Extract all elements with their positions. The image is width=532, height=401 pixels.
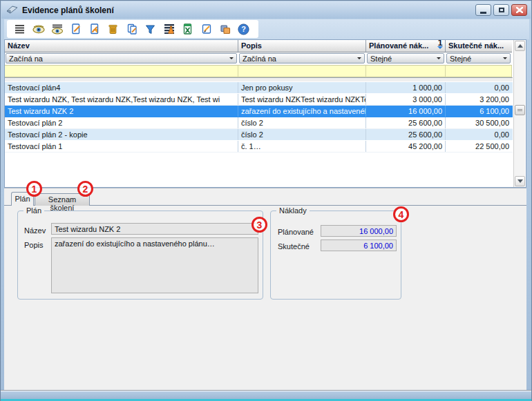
annotation-circle-4: 4 <box>393 206 409 222</box>
app-window: Evidence plánů školení <box>0 0 532 401</box>
table-row[interactable]: Testovací plán4 Jen pro pokusy 1 000,00 … <box>5 82 513 94</box>
nazev-label: Název <box>24 226 46 235</box>
close-button[interactable] <box>511 4 527 16</box>
chevron-down-icon <box>229 57 234 61</box>
preview-eye-icon[interactable] <box>29 21 48 37</box>
copy-record-icon[interactable] <box>122 21 141 37</box>
edit-record-icon[interactable] <box>85 21 104 37</box>
window-bottom-border <box>1 390 531 401</box>
table-row[interactable]: Test wizardu NZK, Test wizardu NZK,Test … <box>5 94 513 106</box>
quick-filter-nazev[interactable] <box>5 65 238 77</box>
table-row[interactable]: Testovací plán 2 - kopie číslo 2 25 600,… <box>5 129 513 141</box>
title-bar[interactable]: Evidence plánů školení <box>1 1 531 19</box>
arrow-down-icon <box>517 179 523 186</box>
app-icon <box>6 5 18 15</box>
filter-operator-planovane[interactable]: Stejné <box>367 53 444 63</box>
plan-groupbox-title: Plán <box>23 206 44 215</box>
delete-record-icon[interactable] <box>104 21 122 37</box>
column-header-nazev[interactable]: Název <box>5 40 238 52</box>
filter-data-separator <box>5 77 513 82</box>
skutecne-label: Skutečné <box>278 242 310 251</box>
chevron-down-icon <box>357 57 361 61</box>
plan-description-field[interactable]: zařazení do existujícího a nastaveného p… <box>51 237 258 293</box>
annotation-circle-3: 3 <box>251 217 267 233</box>
close-icon <box>516 7 523 13</box>
plans-table: Název Popis Plánované nák... 1 Skutečné … <box>4 39 526 188</box>
quick-filter-row <box>5 65 513 77</box>
print-icon[interactable] <box>216 21 234 37</box>
quick-filter-planovane[interactable] <box>366 65 446 77</box>
filter-operator-nazev[interactable]: Začíná na <box>6 53 237 63</box>
annotation-circle-2: 2 <box>77 181 93 197</box>
view-columns-icon[interactable] <box>48 21 66 37</box>
table-row[interactable]: Testovací plán 2 číslo 2 25 600,00 30 50… <box>5 117 513 129</box>
chevron-down-icon <box>503 57 507 61</box>
plan-name-field[interactable]: Test wizardu NZK 2 <box>51 223 258 235</box>
detail-panel: Plán Název Test wizardu NZK 2 Popis zařa… <box>4 205 526 390</box>
note-edit-icon[interactable] <box>197 21 216 37</box>
help-icon[interactable]: ? <box>234 21 253 37</box>
scroll-down-button[interactable] <box>515 176 525 186</box>
toolbar: ? <box>4 19 529 39</box>
plan-groupbox: Plán Název Test wizardu NZK 2 Popis zařa… <box>17 211 263 300</box>
restore-button[interactable] <box>493 4 509 16</box>
column-header-planovane[interactable]: Plánované nák... 1 <box>366 40 446 52</box>
table-header-row: Název Popis Plánované nák... 1 Skutečné … <box>5 40 513 52</box>
rows-icon[interactable] <box>10 21 29 37</box>
filter-icon[interactable] <box>141 21 160 37</box>
window-title: Evidence plánů školení <box>22 6 114 15</box>
column-header-popis[interactable]: Popis <box>238 40 366 52</box>
restore-icon <box>499 8 504 12</box>
minimize-icon <box>480 12 486 14</box>
column-header-skutecne[interactable]: Skutečné nák... <box>446 40 512 52</box>
naklady-groupbox: Náklady Plánované 16 000,00 Skutečné 6 1… <box>270 211 401 300</box>
filter-operator-popis[interactable]: Začíná na <box>239 53 365 63</box>
quick-filter-skutecne[interactable] <box>446 65 512 77</box>
actual-costs-field[interactable]: 6 100,00 <box>321 239 397 251</box>
scroll-up-button[interactable] <box>515 41 525 51</box>
planovane-label: Plánované <box>278 228 314 236</box>
analysis-icon[interactable] <box>160 21 178 37</box>
add-record-icon[interactable] <box>66 21 85 37</box>
naklady-groupbox-title: Náklady <box>276 206 310 215</box>
popis-label: Popis <box>24 241 44 249</box>
sort-desc-icon <box>437 46 443 52</box>
arrow-up-icon <box>517 41 523 48</box>
toolbar-icon-group: ? <box>7 20 258 38</box>
annotation-circle-1: 1 <box>26 181 42 197</box>
filter-operator-row: Začíná na Začíná na Stejné Stejné <box>5 52 513 65</box>
quick-filter-popis[interactable] <box>238 65 366 77</box>
table-row-selected[interactable]: Test wizardu NZK 2 zařazení do existujíc… <box>5 106 513 117</box>
excel-export-icon[interactable] <box>178 21 197 37</box>
chevron-down-icon <box>437 57 441 61</box>
filter-operator-skutecne[interactable]: Stejné <box>446 53 511 63</box>
table-row[interactable]: Testovací plán 1 č. 1… 45 200,00 22 500,… <box>5 141 513 153</box>
planned-costs-field[interactable]: 16 000,00 <box>321 225 397 237</box>
minimize-button[interactable] <box>475 4 491 16</box>
scrollbar-thumb[interactable] <box>515 105 525 115</box>
sort-order-badge: 1 <box>437 40 443 52</box>
svg-text:?: ? <box>241 25 246 33</box>
vertical-scrollbar[interactable] <box>513 40 525 187</box>
